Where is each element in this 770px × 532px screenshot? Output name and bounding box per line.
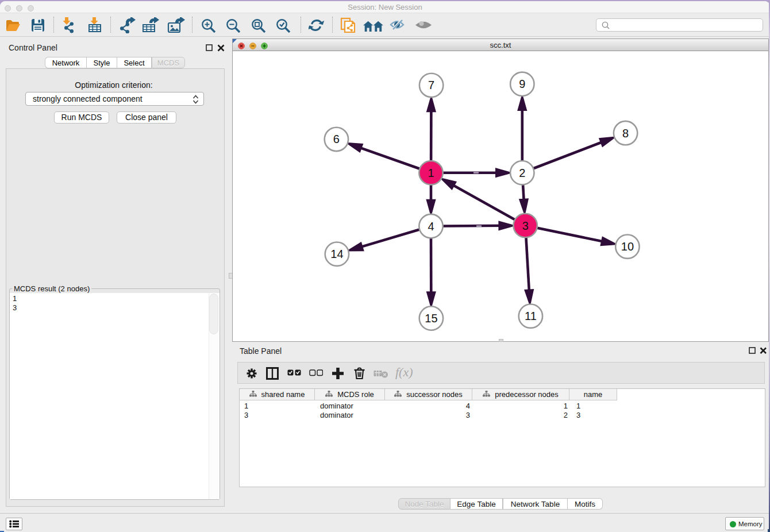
svg-text:7: 7 (428, 79, 434, 91)
svg-text:15: 15 (425, 312, 437, 325)
svg-text:11: 11 (525, 310, 537, 322)
svg-text:1: 1 (428, 167, 434, 179)
svg-text:14: 14 (330, 248, 343, 260)
svg-text:10: 10 (621, 240, 634, 253)
svg-text:3: 3 (522, 219, 529, 232)
svg-text:8: 8 (622, 127, 629, 140)
svg-text:9: 9 (519, 78, 525, 90)
svg-text:2: 2 (519, 167, 525, 179)
svg-text:6: 6 (333, 133, 340, 145)
svg-text:4: 4 (428, 220, 434, 233)
